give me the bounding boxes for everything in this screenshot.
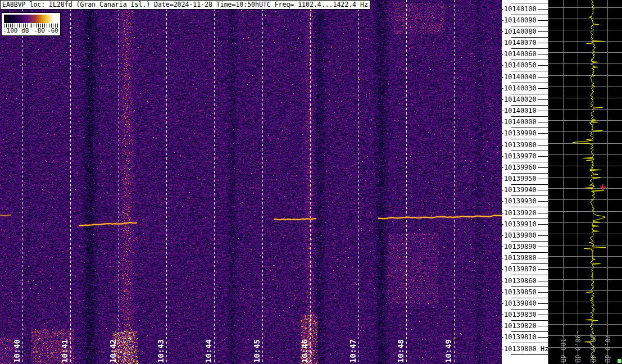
freq-tick-label: 10139930 <box>504 198 537 204</box>
freq-tick-label: 10139970 <box>504 153 537 160</box>
freq-major-line <box>538 99 548 100</box>
freq-tick-label: 10139910 <box>504 221 537 228</box>
freq-tick-label: 10139890 <box>504 243 537 250</box>
freq-tick <box>502 167 503 168</box>
freq-tick-label: 10140000 <box>504 119 537 125</box>
freq-minor-line <box>511 116 548 117</box>
freq-minor-line <box>511 309 548 310</box>
freq-minor-line <box>511 71 548 71</box>
db-tick-label: -70.0 dB <box>603 330 611 363</box>
freq-major-line <box>538 337 548 338</box>
freq-tick <box>502 133 503 134</box>
freq-minor-line <box>511 83 548 83</box>
freq-minor-line <box>511 162 548 162</box>
freq-major-line <box>538 20 548 21</box>
freq-minor-line <box>511 151 548 151</box>
freq-tick <box>502 269 503 270</box>
freq-minor-line <box>511 173 548 174</box>
freq-tick <box>502 145 503 145</box>
freq-tick <box>502 303 503 304</box>
time-tick-label: 10:48 <box>396 339 405 363</box>
legend-label-max: -60 <box>47 28 58 34</box>
db-tick-label: -80.0 dB <box>589 330 597 363</box>
freq-minor-line <box>511 3 548 3</box>
freq-tick <box>502 179 503 179</box>
time-tick-label: 10:49 <box>444 339 453 363</box>
time-tick-label: 10:46 <box>300 339 309 363</box>
freq-major-line <box>538 326 548 326</box>
freq-tick-label: 10139830 <box>504 311 537 318</box>
freq-major-line <box>538 77 548 78</box>
freq-minor-line <box>511 184 548 185</box>
freq-minor-line <box>511 241 548 242</box>
freq-minor-line <box>511 343 548 343</box>
freq-tick-label: 10140040 <box>504 74 537 80</box>
freq-tick-label: 10139960 <box>504 164 537 171</box>
freq-tick-label: 10140060 <box>504 51 537 57</box>
time-tick-label: 10:45 <box>252 339 261 363</box>
freq-tick <box>502 156 503 157</box>
freq-tick <box>502 31 503 32</box>
title-bar: EA8BVP loc: IL28fd (Gran Canaria Isl.) D… <box>0 0 370 10</box>
freq-major-line <box>538 65 548 66</box>
freq-tick <box>502 111 503 111</box>
freq-minor-line <box>511 60 548 60</box>
freq-major-line <box>538 281 548 281</box>
freq-major-line <box>538 190 548 190</box>
frequency-axis: 1014010010140090101400801014007010140060… <box>502 0 548 364</box>
freq-minor-line <box>511 48 548 49</box>
db-tick-label: -100 dB <box>559 334 567 363</box>
freq-minor-line <box>511 298 548 298</box>
freq-tick-label: 10139940 <box>504 186 537 193</box>
freq-tick-label: 10139990 <box>504 130 537 136</box>
freq-tick <box>502 77 503 78</box>
freq-minor-line <box>511 94 548 94</box>
freq-tick-label: 10140020 <box>504 96 537 103</box>
freq-minor-line <box>511 252 548 253</box>
freq-tick <box>502 65 503 66</box>
freq-minor-line <box>511 230 548 230</box>
freq-tick-label: 10140090 <box>504 17 537 24</box>
freq-major-line <box>538 179 548 179</box>
freq-tick <box>502 9 503 10</box>
freq-tick-label: 10140030 <box>504 85 537 92</box>
freq-tick <box>502 213 503 213</box>
freq-tick-label: 10140100 <box>504 6 537 12</box>
freq-tick-label: 10139850 <box>504 289 537 295</box>
freq-tick-label: 10139800 Hz <box>504 345 548 352</box>
freq-tick <box>502 337 503 338</box>
freq-major-line <box>538 133 548 134</box>
freq-major-line <box>538 122 548 122</box>
freq-tick-label: 10139900 <box>504 232 537 239</box>
freq-tick <box>502 292 503 293</box>
freq-tick <box>502 122 503 122</box>
status-marker <box>618 359 621 363</box>
freq-minor-line <box>511 320 548 321</box>
time-tick-label: 10:47 <box>348 339 357 363</box>
freq-major-line <box>538 9 548 10</box>
freq-tick-label: 10139820 <box>504 322 537 329</box>
freq-major-line <box>538 292 548 293</box>
freq-tick <box>502 247 503 247</box>
freq-minor-line <box>511 105 548 106</box>
freq-tick-label: 10139920 <box>504 210 537 216</box>
spectrum-plot-canvas <box>548 0 622 364</box>
freq-minor-line <box>511 219 548 219</box>
legend-label-mid: -80 <box>34 28 45 34</box>
freq-tick <box>502 281 503 281</box>
freq-tick <box>502 235 503 236</box>
freq-minor-line <box>511 263 548 264</box>
time-tick-label: 10:40 <box>12 339 21 363</box>
freq-major-line <box>538 315 548 315</box>
spectrogram-waterfall-canvas <box>0 0 502 364</box>
freq-tick-label: 10140070 <box>504 39 537 46</box>
freq-minor-line <box>511 286 548 287</box>
freq-major-line <box>538 303 548 304</box>
freq-tick <box>502 326 503 326</box>
freq-major-line <box>538 156 548 157</box>
freq-major-line <box>538 269 548 270</box>
freq-major-line <box>538 247 548 247</box>
db-color-legend: -100 dB -80 -60 <box>1 12 61 36</box>
freq-tick <box>502 88 503 89</box>
colormap-gradient <box>4 15 58 23</box>
